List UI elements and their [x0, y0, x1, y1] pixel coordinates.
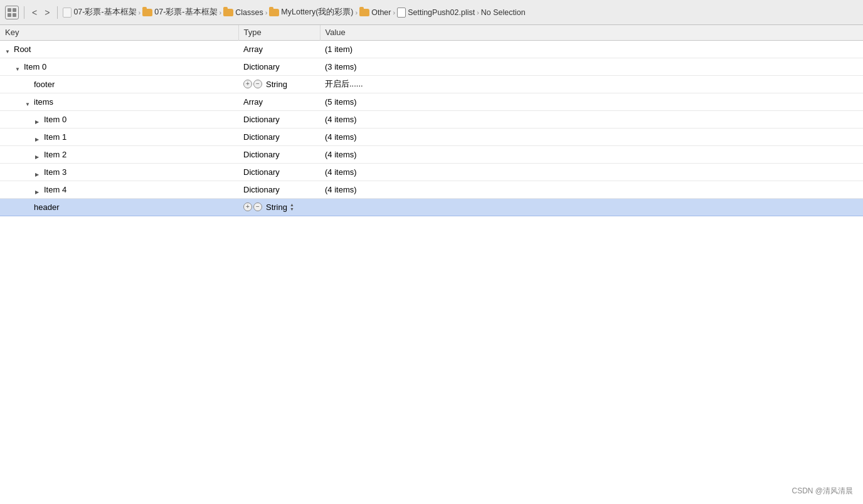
stepper-up[interactable]: ▲: [290, 202, 297, 207]
cell-type: +−String▲▼: [238, 198, 320, 216]
back-button[interactable]: <: [29, 6, 40, 19]
expand-down-icon[interactable]: [15, 63, 21, 70]
table-row[interactable]: Item 2Dictionary(4 items): [0, 145, 863, 163]
breadcrumb-label: 07-彩票-基本框架: [73, 7, 136, 18]
type-value: Dictionary: [243, 115, 280, 124]
breadcrumb-label: MyLottery(我的彩票): [281, 7, 353, 18]
cell-value: (1 item): [320, 40, 863, 58]
type-value: Dictionary: [243, 167, 280, 177]
remove-row-button[interactable]: −: [253, 80, 262, 88]
cell-key: Root: [0, 40, 238, 58]
cell-key: Item 4: [0, 181, 238, 198]
key-label: Item 0: [24, 62, 46, 71]
cell-key: footer: [0, 75, 238, 93]
key-label: header: [34, 202, 59, 212]
plist-table: Key Type Value RootArray(1 item)Item 0Di…: [0, 25, 863, 216]
breadcrumb-item-bc5[interactable]: Other: [359, 8, 391, 17]
table-row[interactable]: RootArray(1 item): [0, 40, 863, 58]
watermark: CSDN @清风清晨: [792, 486, 853, 496]
breadcrumb: 07-彩票-基本框架›07-彩票-基本框架›Classes›MyLottery(…: [63, 7, 858, 18]
value-text: 开启后......: [325, 79, 363, 88]
table-row[interactable]: Item 3Dictionary(4 items): [0, 163, 863, 181]
expand-right-icon[interactable]: [35, 116, 41, 122]
cell-value: (4 items): [320, 128, 863, 145]
value-text: (4 items): [325, 167, 357, 177]
add-row-button[interactable]: +: [243, 80, 252, 88]
breadcrumb-label: Other: [371, 8, 391, 17]
value-input[interactable]: [325, 202, 858, 212]
bottom-area: [0, 216, 863, 505]
table-row[interactable]: itemsArray(5 items): [0, 93, 863, 110]
breadcrumb-item-bc4[interactable]: MyLottery(我的彩票): [269, 7, 353, 18]
key-label: Root: [14, 45, 31, 54]
cell-key: items: [0, 93, 238, 110]
breadcrumb-item-bc7[interactable]: No Selection: [481, 8, 526, 17]
table-body: RootArray(1 item)Item 0Dictionary(3 item…: [0, 40, 863, 216]
key-label: Item 1: [44, 132, 66, 142]
table-row[interactable]: Item 0Dictionary(3 items): [0, 58, 863, 75]
table-row[interactable]: header+−String▲▼: [0, 198, 863, 216]
cell-value: (4 items): [320, 110, 863, 128]
stepper-arrows[interactable]: ▲▼: [290, 202, 297, 211]
toolbar-separator: [24, 6, 24, 19]
stepper-down[interactable]: ▼: [290, 207, 297, 211]
table-header: Key Type Value: [0, 25, 863, 40]
folder-icon: [223, 9, 233, 16]
key-label: footer: [34, 80, 55, 89]
breadcrumb-item-bc1[interactable]: 07-彩票-基本框架: [63, 7, 136, 18]
expand-down-icon[interactable]: [25, 98, 31, 105]
toolbar: < > 07-彩票-基本框架›07-彩票-基本框架›Classes›MyLott…: [0, 0, 863, 25]
add-row-button[interactable]: +: [243, 202, 252, 211]
key-label: Item 3: [44, 167, 66, 177]
table-row[interactable]: Item 1Dictionary(4 items): [0, 128, 863, 145]
row-controls: +−: [243, 80, 262, 88]
remove-row-button[interactable]: −: [253, 202, 262, 211]
cell-value[interactable]: [320, 198, 863, 216]
cell-value: (4 items): [320, 145, 863, 163]
breadcrumb-item-bc6[interactable]: SettingPush02.plist: [397, 8, 475, 18]
type-value: Dictionary: [243, 185, 280, 194]
grid-icon[interactable]: [5, 6, 19, 19]
expand-right-icon[interactable]: [35, 151, 41, 157]
value-text: (3 items): [325, 62, 357, 71]
type-value: Array: [243, 45, 263, 54]
forward-button[interactable]: >: [42, 6, 52, 19]
breadcrumb-separator: ›: [265, 9, 268, 16]
type-value: Dictionary: [243, 150, 280, 159]
value-text: (5 items): [325, 97, 357, 107]
toolbar-separator-2: [57, 6, 58, 19]
type-value: Dictionary: [243, 62, 280, 71]
col-header-key: Key: [0, 25, 238, 40]
value-text: (4 items): [325, 185, 357, 194]
file-icon: [63, 8, 71, 18]
breadcrumb-separator: ›: [356, 9, 358, 16]
type-stepper[interactable]: String▲▼: [266, 202, 297, 212]
table-row[interactable]: Item 4Dictionary(4 items): [0, 181, 863, 198]
col-header-value: Value: [320, 25, 863, 40]
breadcrumb-label: 07-彩票-基本框架: [154, 7, 217, 18]
breadcrumb-label: No Selection: [481, 8, 526, 17]
cell-type: Dictionary: [238, 145, 320, 163]
cell-type: +−String: [238, 75, 320, 93]
expand-right-icon[interactable]: [35, 186, 41, 192]
breadcrumb-item-bc3[interactable]: Classes: [223, 8, 263, 17]
cell-value: 开启后......: [320, 75, 863, 93]
col-header-type: Type: [238, 25, 320, 40]
type-value: String: [266, 202, 287, 212]
expand-down-icon[interactable]: [5, 46, 11, 52]
value-text: (1 item): [325, 45, 352, 54]
cell-key: header: [0, 198, 238, 216]
table-row[interactable]: Item 0Dictionary(4 items): [0, 110, 863, 128]
value-text: (4 items): [325, 132, 357, 142]
breadcrumb-item-bc2[interactable]: 07-彩票-基本框架: [142, 7, 217, 18]
expand-right-icon[interactable]: [35, 134, 41, 140]
cell-key: Item 1: [0, 128, 238, 145]
cell-value: (5 items): [320, 93, 863, 110]
cell-value: (3 items): [320, 58, 863, 75]
key-label: Item 0: [44, 115, 66, 124]
table-row[interactable]: footer+−String开启后......: [0, 75, 863, 93]
cell-key: Item 3: [0, 163, 238, 181]
main-content: Key Type Value RootArray(1 item)Item 0Di…: [0, 25, 863, 504]
expand-right-icon[interactable]: [35, 169, 41, 175]
breadcrumb-separator: ›: [220, 9, 222, 16]
